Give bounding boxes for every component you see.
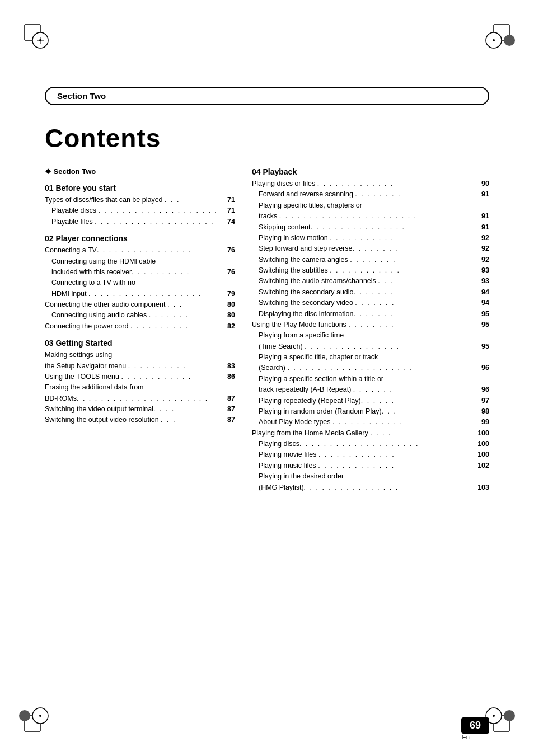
toc-entry: Displaying the disc information. . . . .… (252, 309, 489, 320)
toc-entry: Switching the output video resolution . … (45, 415, 235, 425)
section-two-heading: ❖ Section Two (45, 167, 235, 176)
col-left: ❖ Section Two 01 Before you start Types … (45, 167, 235, 426)
toc-entry: BD-ROMs. . . . . . . . . . . . . . . . .… (45, 393, 235, 404)
corner-mark-tl (17, 17, 50, 50)
svg-point-16 (39, 715, 41, 717)
toc-entry: Using the Play Mode functions . . . . . … (252, 320, 489, 330)
toc-entry: (Time Search) . . . . . . . . . . . . . … (252, 341, 489, 352)
toc-entry: Connecting the other audio component . .… (45, 299, 235, 310)
main-content: Contents ❖ Section Two 01 Before you sta… (45, 123, 489, 700)
toc-entry: Switching the secondary video . . . . . … (252, 298, 489, 308)
chapter-04-title: 04 Playback (252, 167, 489, 176)
toc-entry: Playing in the desired order (252, 471, 489, 482)
toc-entry: Connecting the power cord . . . . . . . … (45, 321, 235, 332)
corner-mark-tr (484, 17, 517, 50)
page-number-sub: En (462, 734, 470, 740)
svg-point-23 (493, 715, 495, 717)
toc-entry: the Setup Navigator menu . . . . . . . .… (45, 361, 235, 372)
toc-entry: Connecting a TV. . . . . . . . . . . . .… (45, 245, 235, 256)
svg-point-28 (504, 710, 515, 721)
toc-entry: Playing from the Home Media Gallery . . … (252, 428, 489, 439)
toc-entry: Switching the subtitles . . . . . . . . … (252, 265, 489, 276)
toc-entry: Playing discs. . . . . . . . . . . . . .… (252, 439, 489, 449)
toc-entry: Connecting using audio cables . . . . . … (45, 310, 235, 321)
toc-entry: Using the TOOLS menu . . . . . . . . . .… (45, 372, 235, 382)
col-right: 04 Playback Playing discs or files . . .… (252, 167, 489, 493)
toc-entry: About Play Mode types . . . . . . . . . … (252, 417, 489, 428)
toc-entry: Playing movie files . . . . . . . . . . … (252, 449, 489, 460)
toc-entry: Erasing the additional data from (45, 382, 235, 393)
toc-entry: Making settings using (45, 350, 235, 360)
chapter-03-title: 03 Getting Started (45, 339, 235, 348)
toc-entry: Types of discs/files that can be played … (45, 195, 235, 205)
toc-entry: Playing discs or files . . . . . . . . .… (252, 179, 489, 189)
svg-point-21 (19, 710, 30, 721)
toc-entry: Playable files . . . . . . . . . . . . .… (45, 217, 235, 227)
toc-entry: Connecting to a TV with no (45, 278, 235, 288)
chapter-02-title: 02 Player connections (45, 234, 235, 243)
page-number-badge: 69 (461, 717, 489, 734)
svg-point-9 (493, 39, 495, 41)
page-title: Contents (45, 123, 489, 153)
toc-entry: Switching the secondary audio. . . . . .… (252, 287, 489, 298)
toc-entry: HDMI input . . . . . . . . . . . . . . .… (45, 289, 235, 299)
toc-entry: Switching the video output terminal. . .… (45, 404, 235, 415)
section-header: Section Two (45, 87, 489, 105)
toc-entry: Skipping content. . . . . . . . . . . . … (252, 222, 489, 233)
toc-entry: Playing specific titles, chapters or (252, 200, 489, 211)
toc-entry: Playable discs . . . . . . . . . . . . .… (45, 205, 235, 216)
toc-entry: Playing music files . . . . . . . . . . … (252, 461, 489, 471)
toc-entry: tracks . . . . . . . . . . . . . . . . .… (252, 211, 489, 222)
toc-entry: Playing in slow motion . . . . . . . . .… (252, 233, 489, 243)
toc-entry: Connecting using the HDMI cable (45, 256, 235, 267)
toc-entry: Step forward and step reverse. . . . . .… (252, 243, 489, 254)
toc-entry: Playing from a specific time (252, 330, 489, 341)
toc-entry: Playing in random order (Random Play). .… (252, 406, 489, 417)
toc-entry: Playing a specific title, chapter or tra… (252, 352, 489, 363)
columns-container: ❖ Section Two 01 Before you start Types … (45, 167, 489, 493)
toc-entry: Switching the camera angles . . . . . . … (252, 255, 489, 265)
toc-entry: Forward and reverse scanning . . . . . .… (252, 189, 489, 200)
toc-entry: (HMG Playlist). . . . . . . . . . . . . … (252, 482, 489, 493)
corner-mark-bl (17, 706, 50, 739)
toc-entry: (Search) . . . . . . . . . . . . . . . .… (252, 363, 489, 373)
toc-entry: Playing repeatedly (Repeat Play). . . . … (252, 396, 489, 406)
toc-entry: Switching the audio streams/channels . .… (252, 276, 489, 287)
toc-entry: included with this receiver. . . . . . .… (45, 267, 235, 278)
toc-entry: track repeatedly (A-B Repeat) . . . . . … (252, 384, 489, 395)
svg-point-14 (504, 35, 515, 46)
toc-entry: Playing a specific section within a titl… (252, 374, 489, 384)
chapter-01-title: 01 Before you start (45, 184, 235, 192)
